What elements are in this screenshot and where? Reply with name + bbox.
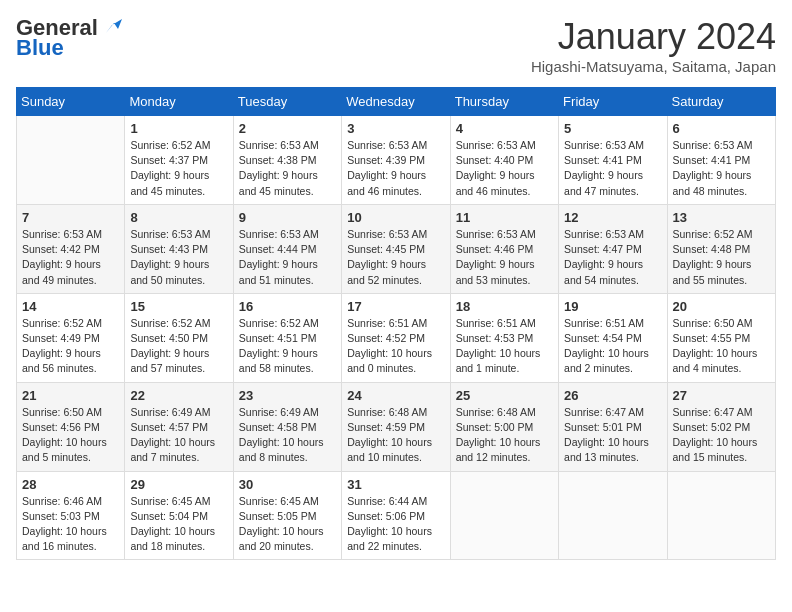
calendar-cell: 17Sunrise: 6:51 AM Sunset: 4:52 PM Dayli…	[342, 293, 450, 382]
day-number: 16	[239, 299, 336, 314]
calendar-cell: 2Sunrise: 6:53 AM Sunset: 4:38 PM Daylig…	[233, 116, 341, 205]
cell-info: Sunrise: 6:53 AM Sunset: 4:45 PM Dayligh…	[347, 227, 444, 288]
calendar-cell: 16Sunrise: 6:52 AM Sunset: 4:51 PM Dayli…	[233, 293, 341, 382]
cell-info: Sunrise: 6:53 AM Sunset: 4:42 PM Dayligh…	[22, 227, 119, 288]
day-number: 5	[564, 121, 661, 136]
page-header: General Blue January 2024 Higashi-Matsuy…	[16, 16, 776, 75]
day-number: 23	[239, 388, 336, 403]
calendar-cell: 20Sunrise: 6:50 AM Sunset: 4:55 PM Dayli…	[667, 293, 775, 382]
week-row: 28Sunrise: 6:46 AM Sunset: 5:03 PM Dayli…	[17, 471, 776, 560]
day-number: 4	[456, 121, 553, 136]
cell-info: Sunrise: 6:48 AM Sunset: 5:00 PM Dayligh…	[456, 405, 553, 466]
day-number: 25	[456, 388, 553, 403]
col-header-saturday: Saturday	[667, 88, 775, 116]
day-number: 1	[130, 121, 227, 136]
day-number: 19	[564, 299, 661, 314]
day-number: 2	[239, 121, 336, 136]
day-number: 21	[22, 388, 119, 403]
cell-info: Sunrise: 6:52 AM Sunset: 4:50 PM Dayligh…	[130, 316, 227, 377]
day-number: 9	[239, 210, 336, 225]
logo-blue: Blue	[16, 36, 64, 60]
calendar-cell: 12Sunrise: 6:53 AM Sunset: 4:47 PM Dayli…	[559, 204, 667, 293]
calendar-cell: 21Sunrise: 6:50 AM Sunset: 4:56 PM Dayli…	[17, 382, 125, 471]
logo: General Blue	[16, 16, 122, 60]
calendar-cell: 15Sunrise: 6:52 AM Sunset: 4:50 PM Dayli…	[125, 293, 233, 382]
cell-info: Sunrise: 6:53 AM Sunset: 4:43 PM Dayligh…	[130, 227, 227, 288]
day-number: 29	[130, 477, 227, 492]
col-header-friday: Friday	[559, 88, 667, 116]
day-number: 22	[130, 388, 227, 403]
cell-info: Sunrise: 6:48 AM Sunset: 4:59 PM Dayligh…	[347, 405, 444, 466]
calendar-cell: 25Sunrise: 6:48 AM Sunset: 5:00 PM Dayli…	[450, 382, 558, 471]
calendar-cell: 24Sunrise: 6:48 AM Sunset: 4:59 PM Dayli…	[342, 382, 450, 471]
cell-info: Sunrise: 6:44 AM Sunset: 5:06 PM Dayligh…	[347, 494, 444, 555]
cell-info: Sunrise: 6:50 AM Sunset: 4:55 PM Dayligh…	[673, 316, 770, 377]
cell-info: Sunrise: 6:45 AM Sunset: 5:04 PM Dayligh…	[130, 494, 227, 555]
cell-info: Sunrise: 6:53 AM Sunset: 4:46 PM Dayligh…	[456, 227, 553, 288]
svg-marker-0	[106, 19, 122, 33]
day-number: 17	[347, 299, 444, 314]
week-row: 1Sunrise: 6:52 AM Sunset: 4:37 PM Daylig…	[17, 116, 776, 205]
cell-info: Sunrise: 6:52 AM Sunset: 4:49 PM Dayligh…	[22, 316, 119, 377]
col-header-sunday: Sunday	[17, 88, 125, 116]
day-number: 13	[673, 210, 770, 225]
cell-info: Sunrise: 6:53 AM Sunset: 4:44 PM Dayligh…	[239, 227, 336, 288]
cell-info: Sunrise: 6:52 AM Sunset: 4:37 PM Dayligh…	[130, 138, 227, 199]
calendar-cell: 31Sunrise: 6:44 AM Sunset: 5:06 PM Dayli…	[342, 471, 450, 560]
calendar-cell: 11Sunrise: 6:53 AM Sunset: 4:46 PM Dayli…	[450, 204, 558, 293]
day-number: 12	[564, 210, 661, 225]
col-header-thursday: Thursday	[450, 88, 558, 116]
cell-info: Sunrise: 6:53 AM Sunset: 4:38 PM Dayligh…	[239, 138, 336, 199]
cell-info: Sunrise: 6:46 AM Sunset: 5:03 PM Dayligh…	[22, 494, 119, 555]
calendar-cell: 9Sunrise: 6:53 AM Sunset: 4:44 PM Daylig…	[233, 204, 341, 293]
col-header-monday: Monday	[125, 88, 233, 116]
cell-info: Sunrise: 6:53 AM Sunset: 4:41 PM Dayligh…	[673, 138, 770, 199]
week-row: 7Sunrise: 6:53 AM Sunset: 4:42 PM Daylig…	[17, 204, 776, 293]
day-number: 27	[673, 388, 770, 403]
cell-info: Sunrise: 6:53 AM Sunset: 4:39 PM Dayligh…	[347, 138, 444, 199]
cell-info: Sunrise: 6:53 AM Sunset: 4:40 PM Dayligh…	[456, 138, 553, 199]
day-number: 24	[347, 388, 444, 403]
cell-info: Sunrise: 6:53 AM Sunset: 4:41 PM Dayligh…	[564, 138, 661, 199]
logo-bird-icon	[100, 15, 122, 37]
calendar-cell: 27Sunrise: 6:47 AM Sunset: 5:02 PM Dayli…	[667, 382, 775, 471]
day-number: 14	[22, 299, 119, 314]
cell-info: Sunrise: 6:52 AM Sunset: 4:48 PM Dayligh…	[673, 227, 770, 288]
day-number: 26	[564, 388, 661, 403]
day-number: 20	[673, 299, 770, 314]
day-number: 8	[130, 210, 227, 225]
day-number: 3	[347, 121, 444, 136]
cell-info: Sunrise: 6:51 AM Sunset: 4:54 PM Dayligh…	[564, 316, 661, 377]
cell-info: Sunrise: 6:45 AM Sunset: 5:05 PM Dayligh…	[239, 494, 336, 555]
calendar-table: SundayMondayTuesdayWednesdayThursdayFrid…	[16, 87, 776, 560]
cell-info: Sunrise: 6:47 AM Sunset: 5:02 PM Dayligh…	[673, 405, 770, 466]
week-row: 21Sunrise: 6:50 AM Sunset: 4:56 PM Dayli…	[17, 382, 776, 471]
calendar-cell	[559, 471, 667, 560]
calendar-cell: 28Sunrise: 6:46 AM Sunset: 5:03 PM Dayli…	[17, 471, 125, 560]
cell-info: Sunrise: 6:47 AM Sunset: 5:01 PM Dayligh…	[564, 405, 661, 466]
day-number: 30	[239, 477, 336, 492]
day-number: 31	[347, 477, 444, 492]
day-number: 7	[22, 210, 119, 225]
col-header-tuesday: Tuesday	[233, 88, 341, 116]
calendar-cell: 29Sunrise: 6:45 AM Sunset: 5:04 PM Dayli…	[125, 471, 233, 560]
cell-info: Sunrise: 6:51 AM Sunset: 4:52 PM Dayligh…	[347, 316, 444, 377]
day-number: 11	[456, 210, 553, 225]
calendar-cell: 6Sunrise: 6:53 AM Sunset: 4:41 PM Daylig…	[667, 116, 775, 205]
calendar-cell: 7Sunrise: 6:53 AM Sunset: 4:42 PM Daylig…	[17, 204, 125, 293]
calendar-cell: 18Sunrise: 6:51 AM Sunset: 4:53 PM Dayli…	[450, 293, 558, 382]
calendar-cell	[450, 471, 558, 560]
calendar-cell: 14Sunrise: 6:52 AM Sunset: 4:49 PM Dayli…	[17, 293, 125, 382]
calendar-cell	[667, 471, 775, 560]
calendar-cell: 5Sunrise: 6:53 AM Sunset: 4:41 PM Daylig…	[559, 116, 667, 205]
day-number: 10	[347, 210, 444, 225]
header-row: SundayMondayTuesdayWednesdayThursdayFrid…	[17, 88, 776, 116]
day-number: 28	[22, 477, 119, 492]
cell-info: Sunrise: 6:53 AM Sunset: 4:47 PM Dayligh…	[564, 227, 661, 288]
calendar-cell: 10Sunrise: 6:53 AM Sunset: 4:45 PM Dayli…	[342, 204, 450, 293]
col-header-wednesday: Wednesday	[342, 88, 450, 116]
day-number: 18	[456, 299, 553, 314]
cell-info: Sunrise: 6:49 AM Sunset: 4:57 PM Dayligh…	[130, 405, 227, 466]
location-subtitle: Higashi-Matsuyama, Saitama, Japan	[531, 58, 776, 75]
calendar-cell: 30Sunrise: 6:45 AM Sunset: 5:05 PM Dayli…	[233, 471, 341, 560]
